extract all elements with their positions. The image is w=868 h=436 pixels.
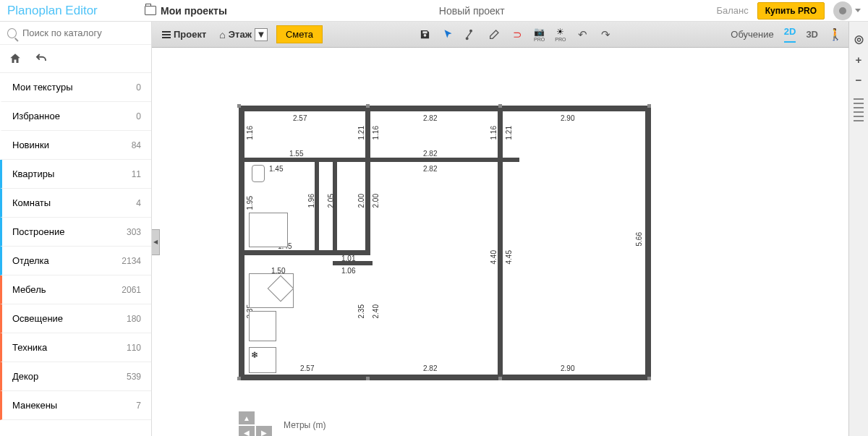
folder-icon — [145, 6, 156, 15]
catalog-item-furniture[interactable]: Мебель2061 — [0, 275, 151, 304]
arrow-right-button[interactable]: ▶ — [256, 426, 272, 436]
catalog-item-lighting[interactable]: Освещение180 — [0, 304, 151, 333]
logo: Planoplan Editor — [7, 4, 145, 18]
search-box — [0, 22, 151, 45]
my-projects-link[interactable]: Мои проекты — [145, 5, 227, 17]
floor-menu[interactable]: ⌂ Этаж ▼ — [215, 26, 272, 43]
fridge[interactable]: ❄ — [249, 347, 276, 373]
buy-pro-button[interactable]: Купить PRO — [757, 2, 825, 20]
eraser-icon[interactable] — [488, 28, 501, 41]
zoom-out-icon[interactable]: − — [853, 74, 864, 85]
catalog-item-rooms[interactable]: Комнаты4 — [0, 189, 151, 218]
project-menu[interactable]: Проект — [158, 27, 210, 42]
view-2d-tab[interactable]: 2D — [784, 26, 796, 43]
units-label[interactable]: Метры (m) — [284, 420, 326, 430]
catalog-item-build[interactable]: Построение303 — [0, 218, 151, 247]
catalog-list[interactable]: Мои текстуры0 Избранное0 Новинки84 Кварт… — [0, 73, 151, 427]
catalog-item-tech[interactable]: Техника110 — [0, 333, 151, 362]
view-3d-tab[interactable]: 3D — [806, 29, 818, 40]
walk-icon[interactable]: 🚶 — [828, 27, 843, 41]
canvas[interactable]: 2.57 2.82 2.90 2.57 2.82 2.90 1.16 1.95 … — [152, 48, 848, 436]
search-input[interactable] — [22, 27, 144, 38]
avatar[interactable] — [833, 1, 852, 20]
learn-button[interactable]: Обучение — [731, 29, 773, 40]
zoom-scale[interactable] — [854, 98, 864, 121]
floor-plan[interactable]: 2.57 2.82 2.90 2.57 2.82 2.90 1.16 1.95 … — [239, 106, 651, 380]
catalog-item-apartments[interactable]: Квартиры11 — [0, 160, 151, 189]
arrow-up-button[interactable]: ▲ — [239, 411, 255, 424]
sun-pro-icon[interactable]: ☀PRO — [555, 27, 566, 42]
toolbar-right: Обучение 2D 3D 🚶 — [731, 26, 843, 43]
avatar-dropdown-icon[interactable] — [855, 9, 861, 12]
save-icon[interactable] — [418, 28, 431, 41]
project-title: Новый проект — [227, 5, 717, 17]
catalog-item-textures[interactable]: Мои текстуры0 — [0, 73, 151, 102]
catalog-item-new[interactable]: Новинки84 — [0, 131, 151, 160]
sidebar-nav — [0, 45, 151, 73]
sidebar: Мои текстуры0 Избранное0 Новинки84 Кварт… — [0, 22, 152, 436]
undo-icon[interactable] — [35, 52, 48, 65]
right-toolbar: ◎ + − — [848, 22, 868, 436]
svg-point-0 — [466, 38, 468, 40]
my-projects-label: Мои проекты — [161, 5, 227, 17]
arrow-left-button[interactable]: ◀ — [239, 426, 255, 436]
estimate-button[interactable]: Смета — [276, 25, 323, 43]
bottom-controls: ▲ ◀ ▶ Метры (m) — [152, 414, 848, 436]
menu-icon — [162, 31, 171, 38]
toolbar: Проект ⌂ Этаж ▼ Смета ⊃ 📷PRO ☀PRO ↶ ↷ Об… — [152, 22, 848, 48]
sidebar-collapse-handle[interactable] — [152, 229, 160, 255]
zoom-in-icon[interactable]: + — [853, 54, 864, 65]
counter-1[interactable] — [249, 213, 288, 247]
catalog-item-decor[interactable]: Декор539 — [0, 362, 151, 391]
catalog-item-notation[interactable]: Обозначения — [0, 420, 151, 427]
tool-group: ⊃ 📷PRO ☀PRO ↶ ↷ — [418, 27, 612, 42]
undo-tool-icon[interactable]: ↶ — [576, 28, 589, 41]
target-icon[interactable]: ◎ — [853, 33, 864, 45]
floor-dropdown-icon: ▼ — [255, 28, 268, 41]
home-icon[interactable] — [9, 52, 22, 65]
camera-pro-icon[interactable]: 📷PRO — [534, 27, 545, 42]
counter-3[interactable] — [249, 311, 276, 341]
pointer-icon[interactable] — [441, 28, 454, 41]
svg-point-1 — [470, 30, 472, 32]
catalog-item-mannequins[interactable]: Манекены7 — [0, 391, 151, 420]
curve-icon[interactable] — [464, 28, 477, 41]
floor-icon: ⌂ — [219, 29, 225, 40]
catalog-item-favorites[interactable]: Избранное0 — [0, 102, 151, 131]
catalog-item-finish[interactable]: Отделка2134 — [0, 247, 151, 275]
balance-label[interactable]: Баланс — [717, 5, 749, 16]
magnet-icon[interactable]: ⊃ — [511, 28, 524, 41]
toilet[interactable] — [252, 165, 265, 182]
search-icon — [7, 28, 17, 38]
header: Planoplan Editor Мои проекты Новый проек… — [0, 0, 868, 22]
redo-tool-icon[interactable]: ↷ — [599, 28, 612, 41]
